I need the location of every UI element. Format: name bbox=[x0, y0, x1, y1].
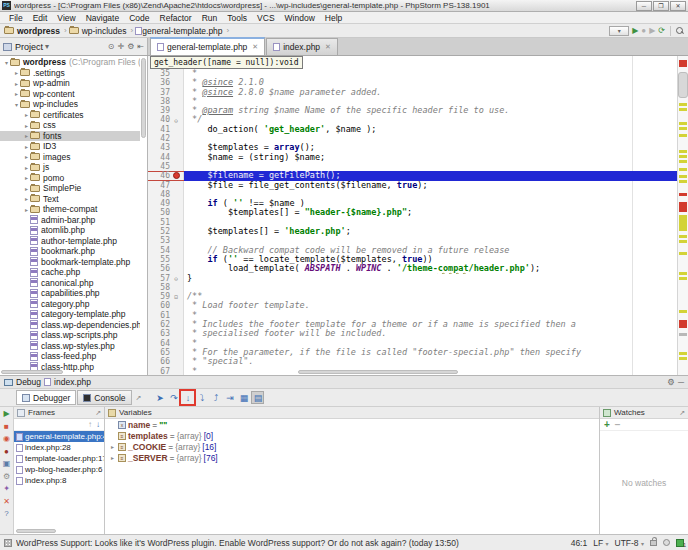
stripe-mark[interactable] bbox=[679, 272, 687, 275]
chevron-right-icon[interactable]: ▸ bbox=[23, 185, 30, 192]
code-line[interactable]: 59⊟/** bbox=[148, 292, 677, 301]
code-line[interactable]: 54 // Backward compat code will be remov… bbox=[148, 246, 677, 255]
code-line[interactable]: 56 load_template( ABSPATH . WPINC . '/th… bbox=[148, 264, 677, 273]
scrollbar-thumb[interactable] bbox=[678, 72, 688, 98]
tree-item[interactable]: class-feed.php bbox=[0, 351, 140, 362]
tree-item[interactable]: ▸css bbox=[0, 120, 140, 131]
code-line[interactable]: 61 * bbox=[148, 311, 677, 320]
maximize-button[interactable]: ❐ bbox=[653, 1, 669, 11]
code-text[interactable]: * specialised footer will be included. bbox=[184, 329, 677, 338]
layout-toggle-icon[interactable]: ▤ bbox=[251, 391, 264, 404]
code-line[interactable]: 47 $file = file_get_contents($filename, … bbox=[148, 181, 677, 190]
stop-button[interactable]: ■ bbox=[4, 422, 9, 431]
code-line[interactable]: 48 bbox=[148, 190, 677, 199]
gutter-cell[interactable]: 54 bbox=[148, 246, 184, 255]
gutter-cell[interactable]: 50 bbox=[148, 208, 184, 217]
code-text[interactable]: $filename = getFilePath(); bbox=[184, 171, 677, 180]
stripe-mark[interactable] bbox=[679, 180, 687, 183]
tree-item[interactable]: ▸.settings bbox=[0, 68, 140, 79]
gutter-cell[interactable]: 61 bbox=[148, 311, 184, 320]
view-breakpoints-button[interactable]: ◉ bbox=[3, 434, 10, 443]
line-number[interactable]: 49 bbox=[148, 199, 170, 208]
close-tab-icon[interactable]: ✕ bbox=[325, 43, 331, 51]
line-number[interactable]: 41 bbox=[148, 125, 170, 134]
gutter-cell[interactable]: 37 bbox=[148, 88, 184, 97]
run-configuration-dropdown[interactable]: ▾ bbox=[609, 26, 629, 36]
chevron-right-icon[interactable]: ▸ bbox=[13, 90, 20, 97]
tree-item[interactable]: category.php bbox=[0, 299, 140, 310]
code-text[interactable]: $templates[] = 'header.php'; bbox=[184, 227, 677, 236]
search-icon[interactable] bbox=[676, 27, 684, 35]
gutter-cell[interactable]: 39 bbox=[148, 106, 184, 115]
gutter-cell[interactable]: 58 bbox=[148, 283, 184, 292]
frames-horizontal-scrollbar[interactable] bbox=[16, 529, 56, 533]
tree-item[interactable]: class.wp-scripts.php bbox=[0, 330, 140, 341]
gutter-cell[interactable]: 51 bbox=[148, 218, 184, 227]
frame-item[interactable]: wp-blog-header.php:6 bbox=[14, 464, 104, 475]
tree-item[interactable]: bookmark.php bbox=[0, 246, 140, 257]
line-number[interactable]: 43 bbox=[148, 143, 170, 152]
debug-tab-debugger[interactable]: Debugger bbox=[16, 390, 76, 405]
line-number[interactable]: 45 bbox=[148, 162, 170, 171]
menu-tools[interactable]: Tools bbox=[222, 13, 252, 23]
tab-general-template.php[interactable]: general-template.php✕ bbox=[150, 37, 265, 55]
tree-item[interactable]: ▸wp-content bbox=[0, 89, 140, 100]
tree-item[interactable]: class.wp-dependencies.php bbox=[0, 320, 140, 331]
frame-down-icon[interactable]: ↓ bbox=[96, 420, 100, 429]
gutter-cell[interactable]: 46 bbox=[148, 171, 184, 180]
code-line[interactable]: 60 * Load footer template. bbox=[148, 301, 677, 310]
breakpoint-icon[interactable] bbox=[173, 172, 180, 179]
chevron-down-icon[interactable]: ▾ bbox=[13, 101, 20, 108]
gutter-cell[interactable]: 60 bbox=[148, 301, 184, 310]
line-number[interactable]: 59 bbox=[148, 292, 170, 301]
code-line[interactable]: 53 bbox=[148, 236, 677, 245]
variable-item[interactable]: xname = "" bbox=[105, 419, 599, 430]
gutter-cell[interactable]: 36 bbox=[148, 78, 184, 87]
frame-item[interactable]: index.php:28 bbox=[14, 442, 104, 453]
force-step-into-icon[interactable]: ⤵ bbox=[195, 391, 208, 404]
stripe-mark[interactable] bbox=[679, 252, 687, 255]
code-text[interactable]: * bbox=[184, 339, 677, 348]
variable-item[interactable]: ▸≡_COOKIE = {array} [16] bbox=[105, 441, 599, 452]
code-line[interactable]: 62 * Includes the footer template for a … bbox=[148, 320, 677, 329]
project-vertical-scrollbar[interactable] bbox=[141, 58, 146, 138]
code-line[interactable]: 42 bbox=[148, 134, 677, 143]
code-text[interactable] bbox=[184, 218, 677, 227]
line-number[interactable]: 57 bbox=[148, 274, 170, 283]
menu-edit[interactable]: Edit bbox=[28, 13, 53, 23]
chevron-right-icon[interactable]: ▸ bbox=[13, 80, 20, 87]
gutter-cell[interactable]: 62 bbox=[148, 320, 184, 329]
stripe-mark[interactable] bbox=[679, 60, 687, 67]
tree-item[interactable]: ▸wp-admin bbox=[0, 78, 140, 89]
code-text[interactable] bbox=[184, 236, 677, 245]
code-text[interactable]: $templates = array(); bbox=[184, 143, 677, 152]
variable-item[interactable]: ▸≡_SERVER = {array} [76] bbox=[105, 452, 599, 463]
code-text[interactable]: * @since 2.8.0 $name parameter added. bbox=[184, 88, 677, 97]
menu-window[interactable]: Window bbox=[280, 13, 320, 23]
run-coverage-button[interactable]: ▶ bbox=[649, 26, 655, 36]
debug-button[interactable]: ● bbox=[641, 26, 646, 36]
code-text[interactable]: * For the parameter, if the file is call… bbox=[184, 348, 677, 357]
code-line[interactable]: 46 $filename = getFilePath(); bbox=[148, 171, 677, 180]
debug-tab-console[interactable]: Console bbox=[77, 390, 131, 405]
stripe-mark[interactable] bbox=[679, 155, 687, 158]
tree-item[interactable]: ▾wp-includes bbox=[0, 99, 140, 110]
settings-button[interactable]: ⚙ bbox=[3, 472, 10, 481]
tree-item[interactable]: ▸pomo bbox=[0, 173, 140, 184]
debug-session-file[interactable]: index.php bbox=[54, 377, 91, 387]
frame-up-icon[interactable]: ↑ bbox=[88, 420, 92, 429]
code-line[interactable]: 41 do_action( 'get_header', $name ); bbox=[148, 125, 677, 134]
line-number[interactable]: 37 bbox=[148, 88, 170, 97]
tree-item[interactable]: ▸SimplePie bbox=[0, 183, 140, 194]
stripe-mark[interactable] bbox=[679, 103, 687, 106]
code-line[interactable]: 58 bbox=[148, 283, 677, 292]
stripe-mark[interactable] bbox=[679, 310, 687, 313]
variable-item[interactable]: ≡templates = {array} [0] bbox=[105, 430, 599, 441]
project-horizontal-scrollbar[interactable] bbox=[1, 370, 63, 374]
menu-file[interactable]: File bbox=[4, 13, 28, 23]
chevron-right-icon[interactable]: ▸ bbox=[23, 195, 30, 202]
hide-debug-panel-icon[interactable]: ─ bbox=[678, 377, 684, 387]
menu-view[interactable]: View bbox=[52, 13, 80, 23]
chevron-right-icon[interactable]: ▸ bbox=[23, 143, 30, 150]
code-text[interactable]: * Load footer template. bbox=[184, 301, 677, 310]
